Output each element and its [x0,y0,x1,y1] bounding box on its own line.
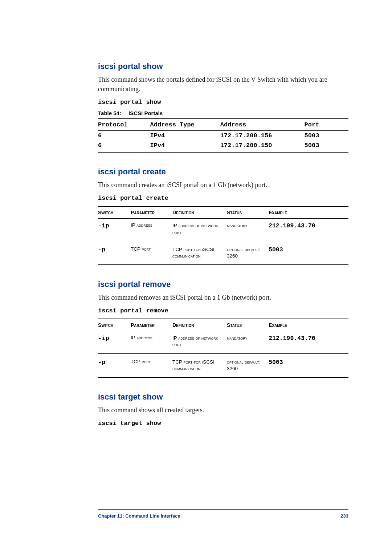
cell-addrtype: IPv4 [150,141,220,152]
heading-portal-create: iscsi portal create [98,167,348,177]
cell-switch: -ip [98,331,131,353]
cell-parameter: TCP port [131,353,172,377]
cell-address: 172.17.200.150 [220,141,305,152]
table-row: -p TCP port TCP port for iSCSI communica… [98,353,348,377]
cell-status: optional default: 3260 [227,241,269,265]
cell-protocol: 6 [98,141,150,152]
cmd-target-show: iscsi target show [98,420,348,427]
col-addrtype: Address Type [150,119,220,131]
cell-parameter: IP address [131,331,172,353]
cell-example: 212.199.43.70 [269,219,348,241]
col-definition: Definition [172,319,227,331]
cell-parameter: TCP port [131,241,172,265]
section-portal-create: iscsi portal create This command creates… [98,167,348,265]
page-footer: Chapter 11: Command Line Interface 233 [98,509,348,519]
desc-portal-remove: This command removes an iSCSI portal on … [98,293,348,302]
cmd-portal-create: iscsi portal create [98,195,348,202]
table-row: -ip IP address IP address of network por… [98,219,348,241]
portals-table-caption: Table 54: iSCSI Portals [98,110,348,116]
section-target-show: iscsi target show This command shows all… [98,392,348,427]
cell-port: 5003 [305,131,348,141]
footer-page-number: 233 [340,513,348,519]
cell-status: mandatory [227,331,269,353]
create-params-table: Switch Parameter Definition Status Examp… [98,206,348,265]
col-status: Status [227,206,269,219]
cell-status: mandatory [227,219,269,241]
col-address: Address [220,119,305,131]
cell-addrtype: IPv4 [150,131,220,141]
table-row: -p TCP port TCP port for iSCSI communica… [98,241,348,265]
cell-definition: IP address of network port [172,331,227,353]
cell-protocol: 6 [98,131,150,141]
col-definition: Definition [172,206,227,219]
col-parameter: Parameter [131,206,172,219]
cmd-portal-remove: iscsi portal remove [98,307,348,314]
col-example: Example [269,319,348,331]
portals-table: Protocol Address Type Address Port 6 IPv… [98,118,348,153]
col-parameter: Parameter [131,319,172,331]
cell-example: 5003 [269,241,348,265]
heading-portal-show: iscsi portal show [98,62,348,71]
heading-portal-remove: iscsi portal remove [98,280,348,289]
table-row: -ip IP address IP address of network por… [98,331,348,353]
col-switch: Switch [98,206,131,219]
cell-status: optional default: 3260 [227,353,269,377]
cmd-portal-show: iscsi portal show [98,99,348,106]
cell-example: 5003 [269,353,348,377]
cell-definition: TCP port for iSCSI communication [172,353,227,377]
remove-params-table: Switch Parameter Definition Status Examp… [98,319,348,378]
col-switch: Switch [98,319,131,331]
section-portal-show: iscsi portal show This command shows the… [98,62,348,153]
cell-switch: -p [98,353,131,377]
desc-target-show: This command shows all created targets. [98,405,348,415]
col-protocol: Protocol [98,119,150,131]
cell-address: 172.17.200.156 [220,131,305,141]
cell-definition: TCP port for iSCSI communication [172,241,227,265]
cell-definition: IP address of network port [172,219,227,241]
cell-parameter: IP address [131,219,172,241]
table-title: iSCSI Portals [128,110,163,116]
cell-port: 5003 [305,141,348,152]
page-body: iscsi portal show This command shows the… [0,0,392,463]
desc-portal-show: This command shows the portals defined f… [98,75,348,94]
heading-target-show: iscsi target show [98,392,348,402]
col-example: Example [269,206,348,219]
table-number: Table 54: [98,110,121,116]
footer-chapter: Chapter 11: Command Line Interface [98,513,180,519]
cell-switch: -p [98,241,131,265]
cell-switch: -ip [98,219,131,241]
section-portal-remove: iscsi portal remove This command removes… [98,280,348,378]
cell-example: 212.199.43.70 [269,331,348,353]
table-row: 6 IPv4 172.17.200.156 5003 [98,131,348,141]
col-port: Port [305,119,348,131]
table-row: 6 IPv4 172.17.200.150 5003 [98,141,348,152]
desc-portal-create: This command creates an iSCSI portal on … [98,180,348,190]
col-status: Status [227,319,269,331]
